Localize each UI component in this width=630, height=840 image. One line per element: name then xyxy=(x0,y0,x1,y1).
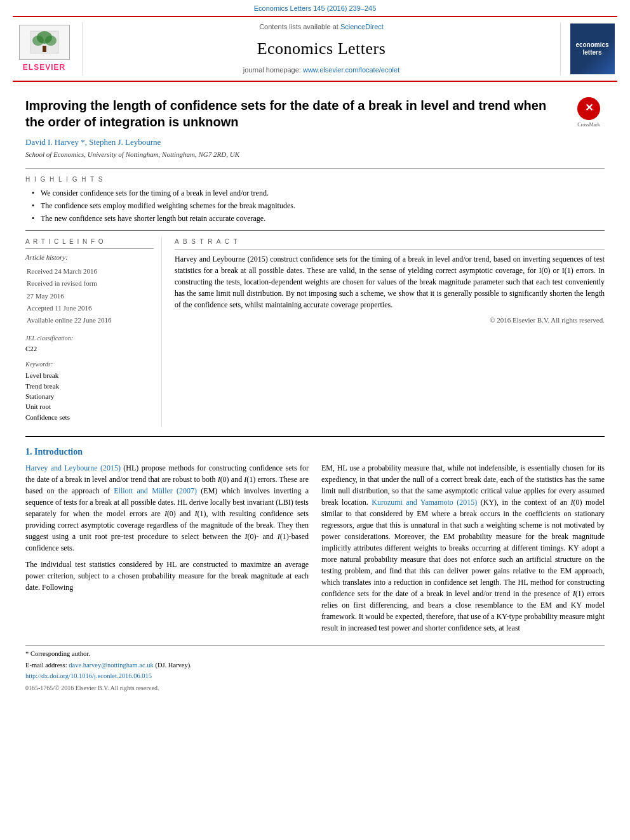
doi-link[interactable]: http://dx.doi.org/10.1016/j.econlet.2016… xyxy=(25,672,152,679)
em-ref-link[interactable]: Elliott and Müller (2007) xyxy=(114,486,197,495)
body-col-right: EM, HL use a probability measure that, w… xyxy=(321,462,605,639)
econ-letters-logo: economicsletters xyxy=(570,23,615,74)
revised-row: Received in revised form xyxy=(27,278,152,289)
author-harvey[interactable]: David I. Harvey *, Stephen J. Leybourne xyxy=(25,137,161,147)
journal-center: Contents lists available at ScienceDirec… xyxy=(89,22,554,75)
hl-ref-link[interactable]: Harvey and Leybourne (2015) xyxy=(25,463,121,472)
article-info-label: A R T I C L E I N F O xyxy=(25,237,154,249)
revised-date-cell: 27 May 2016 xyxy=(27,291,152,302)
elsevier-tree-logo xyxy=(19,25,70,60)
footnote-email-link[interactable]: dave.harvey@nottingham.ac.uk xyxy=(69,662,154,669)
article-content: Improving the length of confidence sets … xyxy=(0,82,630,699)
journal-header: ELSEVIER Contents lists available at Sci… xyxy=(13,16,617,81)
article-title-text: Improving the length of confidence sets … xyxy=(25,97,563,164)
highlights-list: We consider confidence sets for the timi… xyxy=(25,188,605,223)
article-title: Improving the length of confidence sets … xyxy=(25,97,563,130)
affiliation: School of Economics, University of Notti… xyxy=(25,150,563,159)
intro-para-3: EM, HL use a probability measure that, w… xyxy=(321,462,605,634)
abstract-label: A B S T R A C T xyxy=(175,237,605,250)
homepage-link[interactable]: www.elsevier.com/locate/ecolet xyxy=(303,66,399,74)
journal-title: Economics Letters xyxy=(257,37,386,60)
intro-title: 1. Introduction xyxy=(25,446,605,458)
crossmark-icon[interactable]: ✕ xyxy=(577,97,600,120)
jel-label: JEL classification: xyxy=(25,334,154,343)
highlight-item-1: We consider confidence sets for the timi… xyxy=(32,188,605,199)
elsevier-logo-area: ELSEVIER xyxy=(13,22,83,75)
jel-section: JEL classification: C22 xyxy=(25,334,154,354)
footnote-email-line: E-mail address: dave.harvey@nottingham.a… xyxy=(25,661,605,670)
revised-date-row: 27 May 2016 xyxy=(27,291,152,302)
abstract-column: A B S T R A C T Harvey and Leybourne (20… xyxy=(175,237,605,428)
keyword-2: Trend break xyxy=(25,382,154,391)
highlight-item-2: The confidence sets employ modified weig… xyxy=(32,201,605,211)
available-cell: Available online 22 June 2016 xyxy=(27,315,152,326)
intro-para-2: The individual test statistics considere… xyxy=(25,559,309,593)
two-column-info: A R T I C L E I N F O Article history: R… xyxy=(25,237,605,428)
highlights-section: H I G H L I G H T S We consider confiden… xyxy=(25,175,605,223)
footnote-doi-line: http://dx.doi.org/10.1016/j.econlet.2016… xyxy=(25,672,605,681)
authors: David I. Harvey *, Stephen J. Leybourne xyxy=(25,137,563,148)
svg-rect-4 xyxy=(43,46,46,52)
footnote-star-line: * Corresponding author. xyxy=(25,650,605,659)
intro-section: 1. Introduction Harvey and Leybourne (20… xyxy=(25,446,605,693)
keyword-4: Unit root xyxy=(25,402,154,411)
abstract-text: Harvey and Leybourne (2015) construct co… xyxy=(175,253,605,310)
body-columns: Harvey and Leybourne (2015) (HL) propose… xyxy=(25,462,605,639)
highlight-item-3: The new confidence sets have shorter len… xyxy=(32,213,605,224)
highlights-label: H I G H L I G H T S xyxy=(25,175,605,184)
econ-letters-logo-text: economicsletters xyxy=(575,41,608,57)
article-title-section: Improving the length of confidence sets … xyxy=(25,97,605,164)
body-col-left: Harvey and Leybourne (2015) (HL) propose… xyxy=(25,462,309,639)
keyword-3: Stationary xyxy=(25,392,154,401)
sciencedirect-link[interactable]: ScienceDirect xyxy=(340,23,384,30)
keywords-label: Keywords: xyxy=(25,360,154,369)
divider-1 xyxy=(25,168,605,169)
crossmark-label: CrossMark xyxy=(577,121,600,128)
footnote-area: * Corresponding author. E-mail address: … xyxy=(25,645,605,693)
jel-code: C22 xyxy=(25,344,154,354)
abstract-copyright: © 2016 Elsevier B.V. All rights reserved… xyxy=(175,316,605,325)
received-row: Received 24 March 2016 xyxy=(27,266,152,277)
keywords-section: Keywords: Level break Trend break Statio… xyxy=(25,360,154,422)
received-cell: Received 24 March 2016 xyxy=(27,266,152,277)
keyword-1: Level break xyxy=(25,371,154,380)
accepted-row: Accepted 11 June 2016 xyxy=(27,303,152,314)
crossmark-area: ✕ CrossMark xyxy=(573,97,605,128)
keyword-5: Confidence sets xyxy=(25,413,154,422)
article-info-column: A R T I C L E I N F O Article history: R… xyxy=(25,237,162,428)
journal-right-logo: economicsletters xyxy=(560,22,617,75)
footer-copyright: 0165-1765/© 2016 Elsevier B.V. All right… xyxy=(25,684,605,693)
accepted-cell: Accepted 11 June 2016 xyxy=(27,303,152,314)
journal-reference: Economics Letters 145 (2016) 239–245 xyxy=(0,0,630,16)
contents-line: Contents lists available at ScienceDirec… xyxy=(259,22,384,32)
available-row: Available online 22 June 2016 xyxy=(27,315,152,326)
keywords-list: Level break Trend break Stationary Unit … xyxy=(25,371,154,422)
elsevier-text: ELSEVIER xyxy=(23,62,65,73)
svg-point-2 xyxy=(32,36,44,46)
divider-2 xyxy=(25,230,605,231)
intro-para-1: Harvey and Leybourne (2015) (HL) propose… xyxy=(25,462,309,554)
svg-point-3 xyxy=(45,36,57,46)
homepage-line: journal homepage: www.elsevier.com/locat… xyxy=(243,65,399,75)
ky-ref-link[interactable]: Kurozumi and Yamamoto (2015) xyxy=(372,498,477,507)
history-label: Article history: xyxy=(25,253,154,262)
history-table: Received 24 March 2016 Received in revis… xyxy=(25,265,154,328)
revised-label-cell: Received in revised form xyxy=(27,278,152,289)
divider-3 xyxy=(25,436,605,437)
